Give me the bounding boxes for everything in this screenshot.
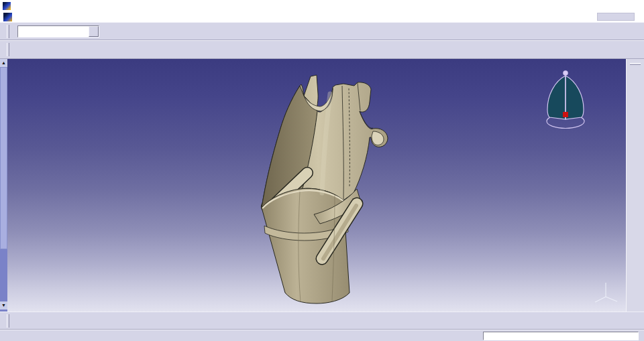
- viewport-3d[interactable]: ▲ ▼: [0, 59, 644, 312]
- toolbar-bottom: [0, 312, 644, 330]
- body-selector-combo[interactable]: [17, 25, 99, 38]
- catia-window: ▲ ▼: [0, 0, 644, 341]
- catia-app-icon: [3, 2, 11, 10]
- toolbar-row-2: [0, 40, 644, 59]
- scroll-up-button[interactable]: ▲: [0, 59, 7, 67]
- toolbar-row-1: [0, 22, 644, 40]
- compass-free-rotation-handle[interactable]: [564, 71, 568, 75]
- toolbar-handle[interactable]: [7, 314, 9, 328]
- part-model[interactable]: [260, 75, 388, 303]
- toolbar-handle[interactable]: [630, 63, 641, 65]
- combo-dropdown-icon[interactable]: [89, 26, 99, 37]
- scrollbar-thumb[interactable]: [0, 67, 7, 249]
- compass-base-handle[interactable]: [563, 112, 568, 117]
- scrollbar-pad: [0, 310, 7, 312]
- right-toolbar-dock: [626, 59, 644, 312]
- specification-tree[interactable]: [7, 59, 235, 312]
- scrollbar-track[interactable]: [0, 67, 7, 301]
- document-icon[interactable]: [3, 13, 12, 21]
- toolbar-handle[interactable]: [7, 25, 9, 38]
- toolbar-handle[interactable]: [7, 43, 9, 56]
- tree-scrollbar[interactable]: ▲ ▼: [0, 59, 7, 312]
- view-compass[interactable]: [547, 71, 584, 129]
- axis-triad: [595, 283, 617, 302]
- status-bar: [0, 330, 644, 341]
- menu-bar: [0, 11, 644, 22]
- scroll-down-button[interactable]: ▼: [0, 301, 7, 310]
- toolbar-dock-area: [597, 13, 635, 21]
- title-bar: [0, 0, 644, 11]
- command-input[interactable]: [483, 332, 639, 340]
